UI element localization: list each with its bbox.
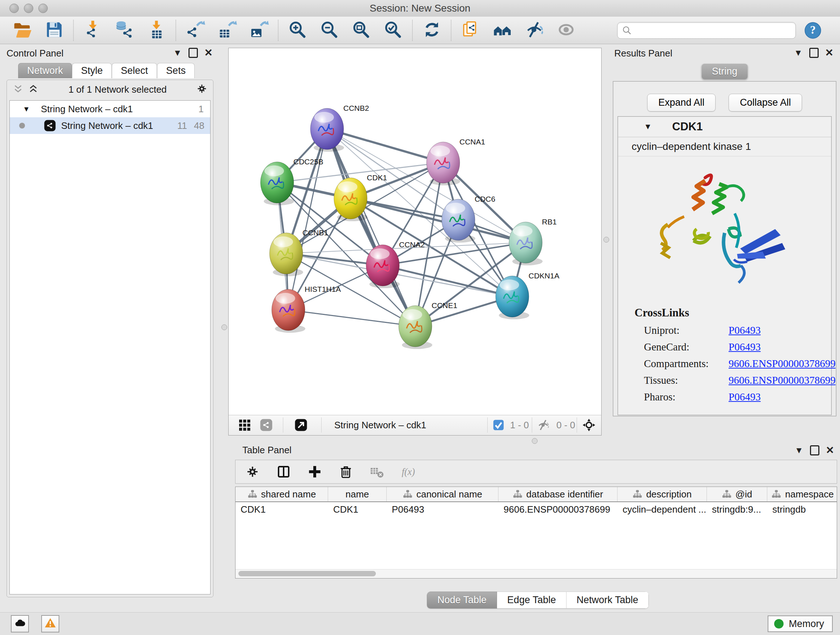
gene-expander-icon[interactable]: ▼ xyxy=(644,122,652,131)
left-splitter-handle[interactable] xyxy=(221,325,227,330)
crosslink-link[interactable]: P06493 xyxy=(729,391,761,403)
network-edge-HIST1H1A-CCNE1[interactable] xyxy=(288,310,415,326)
export-image-button[interactable] xyxy=(243,19,275,42)
network-node-CDC6[interactable]: CDC6 xyxy=(442,195,495,242)
grid-view-icon[interactable] xyxy=(238,415,251,435)
horizontal-scrollbar[interactable] xyxy=(235,569,837,578)
column-header-database-identifier[interactable]: database identifier xyxy=(499,487,617,501)
table-row[interactable]: CDK1CDK1P064939606.ENSP00000378699cyclin… xyxy=(235,502,837,516)
zoom-fit-button[interactable] xyxy=(346,19,377,42)
tab-string[interactable]: String xyxy=(702,64,748,79)
right-splitter-handle[interactable] xyxy=(603,237,609,242)
birdseye-view-icon[interactable] xyxy=(294,415,308,435)
crosshair-icon[interactable] xyxy=(583,415,595,435)
save-session-button[interactable] xyxy=(38,19,70,42)
network-node-CDKN1A[interactable]: CDKN1A xyxy=(496,272,559,319)
help-button[interactable]: ? xyxy=(804,21,822,40)
table-cell[interactable]: 9606.ENSP00000378699 xyxy=(499,502,617,516)
hidden-eye-icon[interactable] xyxy=(537,415,550,435)
show-all-button[interactable] xyxy=(550,19,582,42)
panel-close-icon[interactable]: ✕ xyxy=(204,48,213,58)
crosslink-link[interactable]: P06493 xyxy=(729,341,761,353)
tab-network-table[interactable]: Network Table xyxy=(567,592,649,608)
network-collection-row[interactable]: ▼ String Network – cdk1 1 xyxy=(10,101,210,117)
new-network-from-selection-button[interactable] xyxy=(455,19,486,42)
network-node-CCNA1[interactable]: CCNA1 xyxy=(426,138,485,185)
bottom-splitter-handle[interactable] xyxy=(532,438,538,444)
collection-expander-icon[interactable]: ▼ xyxy=(23,105,30,113)
tab-node-table[interactable]: Node Table xyxy=(427,592,497,608)
network-row[interactable]: String Network – cdk1 11 48 xyxy=(10,117,210,134)
export-table-button[interactable] xyxy=(211,19,243,42)
network-edge-CCNB2-CCNA1[interactable] xyxy=(327,129,443,163)
collapse-all-button[interactable]: Collapse All xyxy=(729,94,802,111)
table-cell[interactable]: stringdb xyxy=(767,502,837,516)
panel-menu-icon[interactable]: ▼ xyxy=(795,446,804,455)
panel-menu-icon[interactable]: ▼ xyxy=(173,49,182,57)
network-node-CCNB1[interactable]: CCNB1 xyxy=(270,228,328,276)
trash-button[interactable] xyxy=(338,464,354,479)
network-edge-CCNB2-CCNE1[interactable] xyxy=(327,129,415,326)
import-table-file-button[interactable] xyxy=(141,19,172,42)
tab-select[interactable]: Select xyxy=(112,63,157,78)
column-header-description[interactable]: description xyxy=(617,487,707,501)
plus-button[interactable] xyxy=(307,464,322,479)
panel-float-icon[interactable] xyxy=(188,48,198,58)
gear-icon[interactable] xyxy=(196,82,208,96)
column-header-canonical-name[interactable]: canonical name xyxy=(387,487,499,501)
expand-all-icon[interactable] xyxy=(27,82,39,96)
selected-checkbox-icon[interactable] xyxy=(492,415,505,435)
gear-button[interactable] xyxy=(245,464,260,479)
network-node-CCNB2[interactable]: CCNB2 xyxy=(310,104,369,152)
zoom-in-button[interactable] xyxy=(282,19,314,42)
tab-edge-table[interactable]: Edge Table xyxy=(497,592,567,608)
panel-float-icon[interactable] xyxy=(809,48,819,58)
panel-float-icon[interactable] xyxy=(810,445,819,455)
import-network-file-button[interactable] xyxy=(77,19,109,42)
zoom-selected-button[interactable] xyxy=(377,19,409,42)
network-node-CDK1[interactable]: CDK1 xyxy=(334,173,387,221)
zoom-out-button[interactable] xyxy=(314,19,346,42)
collapse-all-icon[interactable] xyxy=(12,82,24,96)
tab-sets[interactable]: Sets xyxy=(157,63,195,78)
table-cell[interactable]: cyclin–dependent ... xyxy=(617,502,707,516)
expand-all-button[interactable]: Expand All xyxy=(647,94,716,111)
tab-network[interactable]: Network xyxy=(18,63,72,78)
export-network-button[interactable] xyxy=(180,19,211,42)
column-header-shared-name[interactable]: shared name xyxy=(235,487,328,501)
columns-button[interactable] xyxy=(276,464,291,479)
tab-style[interactable]: Style xyxy=(72,63,112,78)
column-header-name[interactable]: name xyxy=(328,487,387,501)
network-node-RB1[interactable]: RB1 xyxy=(509,218,557,265)
panel-close-icon[interactable]: ✕ xyxy=(826,445,834,455)
table-cell[interactable]: P06493 xyxy=(387,502,499,516)
table-cell[interactable]: CDK1 xyxy=(235,502,328,516)
search-input[interactable] xyxy=(635,23,792,37)
crosslink-link[interactable]: 9606.ENSP00000378699 xyxy=(729,374,836,386)
hide-selected-button[interactable] xyxy=(518,19,550,42)
table-cell[interactable]: CDK1 xyxy=(328,502,387,516)
share-view-icon[interactable] xyxy=(260,415,273,435)
warnings-button[interactable] xyxy=(41,615,59,632)
table-cell[interactable]: stringdb:9... xyxy=(707,502,767,516)
panel-menu-icon[interactable]: ▼ xyxy=(794,49,803,57)
import-network-database-button[interactable] xyxy=(109,19,141,42)
network-edge-CDK1-RB1[interactable] xyxy=(351,198,526,242)
network-edge-CCNB2-HIST1H1A[interactable] xyxy=(288,129,327,310)
panel-close-icon[interactable]: ✕ xyxy=(825,48,834,58)
gene-header[interactable]: ▼ CDK1 xyxy=(618,117,831,137)
column-header--id[interactable]: @id xyxy=(707,487,767,501)
first-neighbors-button[interactable] xyxy=(486,19,518,42)
scrollbar-thumb[interactable] xyxy=(238,571,376,576)
column-header-namespace[interactable]: namespace xyxy=(767,487,837,501)
search-box[interactable] xyxy=(617,22,796,39)
crosslink-link[interactable]: 9606.ENSP00000378699 xyxy=(729,358,836,370)
memory-button[interactable]: Memory xyxy=(767,616,833,632)
network-node-HIST1H1A[interactable]: HIST1H1A xyxy=(272,285,341,333)
network-canvas[interactable]: CCNB2CCNA1CDC25BCDK1CDC6RB1CCNB1CCNA2CDK… xyxy=(229,48,601,415)
network-node-CCNE1[interactable]: CCNE1 xyxy=(399,301,457,349)
apply-layout-button[interactable] xyxy=(416,19,448,42)
crosslink-link[interactable]: P06493 xyxy=(729,325,761,336)
open-session-button[interactable] xyxy=(6,19,38,42)
cloud-button[interactable] xyxy=(11,615,29,632)
